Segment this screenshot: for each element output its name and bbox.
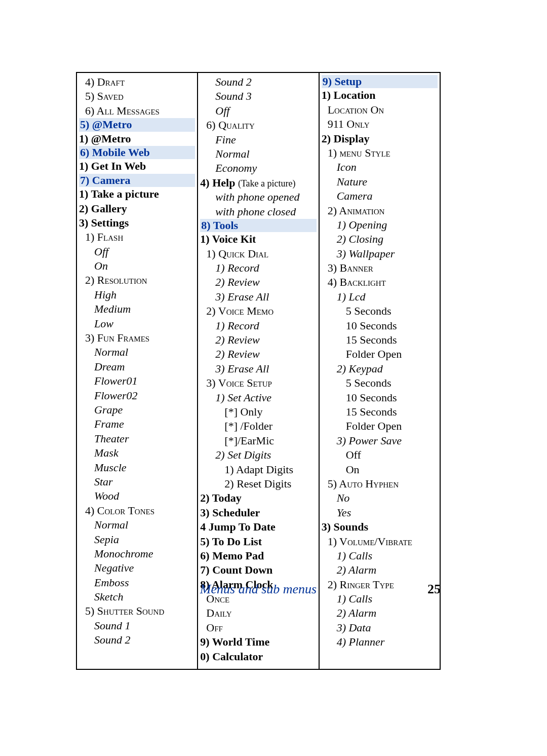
- menu-entry: 1) Record: [200, 319, 316, 333]
- menu-entry: 6) Memo Pad: [200, 549, 316, 563]
- menu-entry: 4 Jump To Date: [200, 520, 316, 534]
- footer-title: Menus and sub menus: [76, 582, 441, 597]
- menu-entry: 3) Erase All: [200, 290, 316, 304]
- menu-entry: 3) Data: [322, 621, 438, 635]
- menu-entry: Theater: [79, 432, 195, 446]
- menu-entry: Fine: [200, 133, 316, 147]
- menu-entry: Normal: [200, 147, 316, 161]
- menu-entry: 2) Display: [322, 132, 438, 146]
- menu-entry: 1) Calls: [322, 549, 438, 563]
- menu-entry: On: [322, 463, 438, 477]
- menu-entry: 1) Record: [200, 261, 316, 275]
- menu-entry: with phone opened: [200, 190, 316, 204]
- menu-entry: 6) Quality: [200, 118, 316, 132]
- menu-entry: 1) Volume/Vibrate: [322, 535, 438, 549]
- menu-entry: 1) Lcd: [322, 290, 438, 304]
- menu-entry: 5) To Do List: [200, 535, 316, 549]
- menu-entry: 15 Seconds: [322, 405, 438, 419]
- column-3: 9) Setup1) LocationLocation On911 Only2)…: [320, 73, 440, 669]
- menu-entry: Sepia: [79, 533, 195, 547]
- menu-entry: 10 Seconds: [322, 319, 438, 333]
- menu-entry: 2) Resolution: [79, 273, 195, 287]
- menu-entry: [*] /Folder: [200, 419, 316, 433]
- menu-entry: 3) Settings: [79, 216, 195, 230]
- menu-entry: 3) Power Save: [322, 434, 438, 448]
- menu-entry: 1) menu Style: [322, 146, 438, 160]
- menu-entry: 6) Mobile Web: [79, 146, 195, 159]
- menu-entry: 2) Voice Memo: [200, 304, 316, 318]
- menu-entry: 2) Keypad: [322, 362, 438, 376]
- menu-entry: Monochrome: [79, 547, 195, 561]
- menu-entry: 15 Seconds: [322, 333, 438, 347]
- menu-entry: 1) Location: [322, 88, 438, 102]
- menu-entry: Sound 2: [200, 75, 316, 89]
- menu-entry: Star: [79, 475, 195, 489]
- menu-entry: 4) Help (Take a picture): [200, 176, 316, 190]
- menu-entry: Normal: [79, 518, 195, 532]
- menu-entry: 1) Quick Dial: [200, 247, 316, 261]
- menu-entry: 2) Alarm: [322, 606, 438, 620]
- menu-entry: 3) Scheduler: [200, 506, 316, 520]
- menu-entry: 2) Closing: [322, 232, 438, 246]
- menu-entry: Sound 1: [79, 619, 195, 633]
- menu-entry: Sound 3: [200, 89, 316, 103]
- menu-entry: [*]/EarMic: [200, 434, 316, 448]
- menu-entry: 2) Review: [200, 347, 316, 361]
- menu-entry: 5 Seconds: [322, 376, 438, 390]
- menu-entry: 2) Animation: [322, 204, 438, 218]
- menu-entry: 3) Banner: [322, 261, 438, 275]
- menu-entry: 1) @Metro: [79, 132, 195, 146]
- menu-entry: 5) Saved: [79, 89, 195, 103]
- menu-entry: Off: [322, 448, 438, 462]
- menu-entry: 4) Planner: [322, 635, 438, 649]
- menu-entry: Off: [200, 621, 316, 635]
- menu-entry: Flower01: [79, 374, 195, 388]
- menu-entry: 2) Set Digits: [200, 448, 316, 462]
- menu-entry: 7) Count Down: [200, 563, 316, 577]
- menu-entry: Normal: [79, 345, 195, 359]
- menu-entry: High: [79, 288, 195, 302]
- menu-entry: Off: [200, 104, 316, 118]
- menu-entry: Sound 2: [79, 633, 195, 647]
- menu-entry: No: [322, 491, 438, 505]
- column-2: Sound 2Sound 3Off6) QualityFineNormalEco…: [198, 73, 318, 669]
- menu-entry: 2) Alarm: [322, 563, 438, 577]
- menu-entry: 2) Gallery: [79, 202, 195, 216]
- menu-entry: Low: [79, 317, 195, 331]
- column-1: 4) Draft5) Saved6) All Messages5) @Metro…: [77, 73, 197, 669]
- menu-entry: Off: [79, 245, 195, 259]
- menu-table: 4) Draft5) Saved6) All Messages5) @Metro…: [76, 72, 441, 670]
- menu-entry: Economy: [200, 161, 316, 175]
- menu-entry: 4) Color Tones: [79, 504, 195, 518]
- menu-entry: On: [79, 259, 195, 273]
- menu-entry: 2) Review: [200, 333, 316, 347]
- menu-entry: 9) World Time: [200, 635, 316, 649]
- menu-entry: 7) Camera: [79, 174, 195, 187]
- menu-entry: 6) All Messages: [79, 104, 195, 118]
- menu-entry: 5 Seconds: [322, 304, 438, 318]
- menu-entry: 5) @Metro: [79, 118, 195, 131]
- menu-entry: Icon: [322, 160, 438, 174]
- page-footer: Menus and sub menus 25: [76, 582, 441, 597]
- menu-entry: Medium: [79, 302, 195, 316]
- menu-entry: Folder Open: [322, 419, 438, 433]
- menu-entry: 5) Auto Hyphen: [322, 477, 438, 491]
- menu-entry: with phone closed: [200, 205, 316, 219]
- menu-entry: Mask: [79, 446, 195, 460]
- menu-entry: 8) Tools: [200, 219, 316, 232]
- menu-entry: Nature: [322, 175, 438, 189]
- menu-entry: 2) Reset Digits: [200, 477, 316, 491]
- menu-entry: 1) Opening: [322, 218, 438, 232]
- menu-entry: 2) Review: [200, 275, 316, 289]
- menu-entry: 9) Setup: [322, 75, 438, 88]
- menu-entry: 1) Set Active: [200, 391, 316, 405]
- menu-entry: 3) Sounds: [322, 520, 438, 534]
- menu-entry: 3) Voice Setup: [200, 376, 316, 390]
- menu-entry: 0) Calculator: [200, 650, 316, 664]
- menu-entry: 5) Shutter Sound: [79, 604, 195, 618]
- menu-entry: 4) Draft: [79, 75, 195, 89]
- menu-entry: [*] Only: [200, 405, 316, 419]
- menu-entry: Location On: [322, 103, 438, 117]
- menu-entry: Muscle: [79, 461, 195, 475]
- menu-entry: 10 Seconds: [322, 391, 438, 405]
